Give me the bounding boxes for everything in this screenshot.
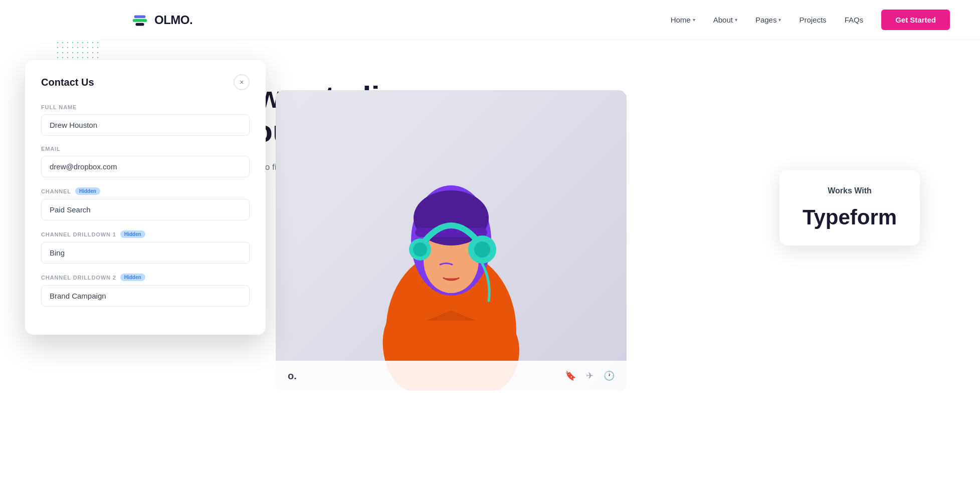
svg-rect-0 — [133, 19, 147, 22]
form-group-email: EMAIL — [41, 146, 250, 177]
modal-close-button[interactable]: × — [234, 74, 250, 90]
clock-icon[interactable]: 🕐 — [604, 370, 615, 381]
nav-item-projects[interactable]: Projects — [799, 16, 826, 24]
bar-icon-group: 🔖 ✈ 🕐 — [565, 370, 615, 381]
nav-item-pages[interactable]: Pages ▾ — [755, 16, 781, 24]
hero-image: o. 🔖 ✈ 🕐 — [276, 90, 627, 391]
svg-point-11 — [413, 242, 427, 257]
form-label-email: EMAIL — [41, 146, 250, 152]
bar-logo: o. — [288, 370, 297, 382]
chevron-down-icon: ▾ — [735, 17, 737, 23]
svg-point-10 — [474, 241, 490, 258]
form-group-full-name: FULL NAME — [41, 104, 250, 136]
svg-rect-2 — [135, 23, 144, 26]
works-with-brand: Typeform — [800, 205, 900, 229]
email-input[interactable] — [41, 156, 250, 177]
chevron-down-icon: ▾ — [693, 17, 695, 23]
form-group-channel-drilldown-2: CHANNEL DRILLDOWN 2 Hidden — [41, 274, 250, 307]
nav-item-about[interactable]: About ▾ — [713, 16, 737, 24]
bookmark-icon[interactable]: 🔖 — [565, 370, 576, 381]
contact-us-modal: Contact Us × FULL NAME EMAIL CHANNEL Hid… — [25, 60, 266, 335]
works-with-title: Works With — [800, 186, 900, 195]
svg-rect-1 — [134, 15, 146, 18]
full-name-input[interactable] — [41, 114, 250, 136]
nav-links: Home ▾ About ▾ Pages ▾ Projects FAQs Get… — [671, 10, 950, 30]
nav-item-home[interactable]: Home ▾ — [671, 16, 695, 24]
works-with-card: Works With Typeform — [779, 170, 920, 245]
image-bottom-bar: o. 🔖 ✈ 🕐 — [276, 361, 627, 391]
form-label-channel: CHANNEL Hidden — [41, 187, 250, 195]
person-illustration — [356, 140, 546, 391]
channel-input[interactable] — [41, 199, 250, 220]
get-started-button[interactable]: Get Started — [881, 10, 950, 30]
channel-drilldown-1-hidden-badge: Hidden — [120, 230, 145, 238]
logo-text: OLMO. — [154, 13, 192, 27]
channel-drilldown-2-hidden-badge: Hidden — [120, 274, 145, 281]
chevron-down-icon: ▾ — [778, 17, 781, 23]
modal-header: Contact Us × — [41, 74, 250, 90]
form-label-channel-drilldown-2: CHANNEL DRILLDOWN 2 Hidden — [41, 274, 250, 281]
form-group-channel: CHANNEL Hidden — [41, 187, 250, 220]
form-label-channel-drilldown-1: CHANNEL DRILLDOWN 1 Hidden — [41, 230, 250, 238]
channel-hidden-badge: Hidden — [75, 187, 100, 195]
form-label-full-name: FULL NAME — [41, 104, 250, 110]
channel-drilldown-2-input[interactable] — [41, 285, 250, 307]
channel-drilldown-1-input[interactable] — [41, 242, 250, 264]
logo[interactable]: OLMO. — [130, 11, 192, 30]
nav-item-faqs[interactable]: FAQs — [845, 16, 864, 24]
modal-title: Contact Us — [41, 77, 94, 88]
navbar: OLMO. Home ▾ About ▾ Pages ▾ Projects FA… — [100, 0, 980, 40]
send-icon[interactable]: ✈ — [586, 370, 594, 381]
form-group-channel-drilldown-1: CHANNEL DRILLDOWN 1 Hidden — [41, 230, 250, 264]
